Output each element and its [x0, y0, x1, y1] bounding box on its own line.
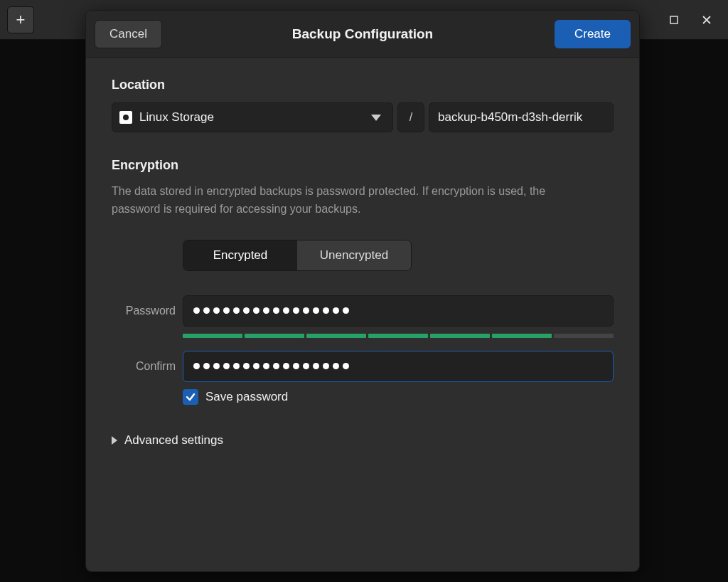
svg-marker-3 [371, 115, 381, 121]
backup-config-dialog: Cancel Backup Configuration Create Locat… [85, 10, 640, 572]
password-dot [213, 307, 220, 314]
password-dot [233, 307, 240, 314]
password-dot [333, 307, 339, 314]
password-dot [263, 363, 269, 369]
password-dot [193, 363, 200, 369]
password-dot [323, 363, 329, 369]
password-row: Password [112, 295, 614, 327]
password-dot [213, 363, 220, 369]
password-strength-meter [183, 334, 614, 338]
password-dot [243, 363, 250, 369]
password-dot [263, 307, 269, 314]
password-dot [323, 307, 329, 314]
backup-path-input[interactable] [429, 102, 614, 132]
confirm-row: Confirm [112, 351, 614, 382]
password-dot [223, 307, 230, 314]
password-dot [313, 307, 319, 314]
strength-segment [430, 334, 490, 338]
dialog-header: Cancel Backup Configuration Create [86, 11, 639, 58]
encryption-heading: Encryption [112, 158, 614, 173]
password-dot [313, 363, 319, 369]
strength-segment [492, 334, 552, 338]
create-button[interactable]: Create [555, 20, 631, 48]
path-separator: / [397, 102, 424, 132]
cancel-button[interactable]: Cancel [95, 20, 162, 48]
chevron-right-icon [112, 436, 117, 445]
password-dot [253, 307, 259, 314]
strength-segment [554, 334, 614, 338]
strength-segment [183, 334, 242, 338]
strength-segment [306, 334, 366, 338]
strength-segment [245, 334, 304, 338]
password-dot [303, 307, 309, 314]
encryption-description: The data stored in encrypted backups is … [112, 183, 595, 218]
close-icon [702, 16, 711, 24]
plus-icon: + [16, 11, 26, 29]
password-dot [283, 307, 289, 314]
confirm-password-input[interactable] [183, 351, 614, 382]
disk-icon [119, 111, 132, 124]
location-row: Linux Storage / [112, 102, 614, 132]
password-dot [333, 363, 339, 369]
password-dot [233, 363, 240, 369]
check-icon [186, 392, 196, 402]
chevron-down-icon [371, 115, 381, 121]
advanced-settings-label: Advanced settings [124, 433, 223, 448]
password-label: Password [112, 305, 176, 317]
password-dot [303, 363, 309, 369]
advanced-settings-toggle[interactable]: Advanced settings [112, 433, 614, 448]
password-dot [343, 307, 349, 314]
strength-segment [368, 334, 428, 338]
storage-dropdown[interactable]: Linux Storage [112, 102, 393, 132]
save-password-row: Save password [183, 389, 614, 405]
password-dot [293, 307, 299, 314]
window-close-button[interactable] [697, 10, 717, 30]
password-dot [343, 363, 349, 369]
password-dot [293, 363, 299, 369]
maximize-icon [670, 16, 678, 24]
password-dot [253, 363, 259, 369]
password-dot [193, 307, 200, 314]
confirm-label: Confirm [112, 360, 176, 373]
password-dot [283, 363, 289, 369]
save-password-checkbox[interactable] [183, 389, 198, 405]
password-dot [243, 307, 250, 314]
password-dot [203, 363, 210, 369]
encryption-toggle-group: Encrypted Unencrypted [183, 240, 412, 271]
svg-rect-0 [670, 16, 678, 23]
save-password-label: Save password [205, 390, 288, 404]
dialog-body: Location Linux Storage / Encryption The … [86, 58, 639, 467]
location-heading: Location [112, 78, 614, 92]
window-maximize-button[interactable] [664, 10, 684, 30]
unencrypted-toggle[interactable]: Unencrypted [297, 240, 411, 270]
password-dot [223, 363, 230, 369]
add-button[interactable]: + [7, 6, 34, 33]
password-input[interactable] [183, 295, 614, 327]
storage-label: Linux Storage [139, 110, 214, 125]
password-dot [203, 307, 210, 314]
password-dot [273, 307, 279, 314]
encrypted-toggle[interactable]: Encrypted [183, 240, 297, 270]
password-dot [273, 363, 279, 369]
